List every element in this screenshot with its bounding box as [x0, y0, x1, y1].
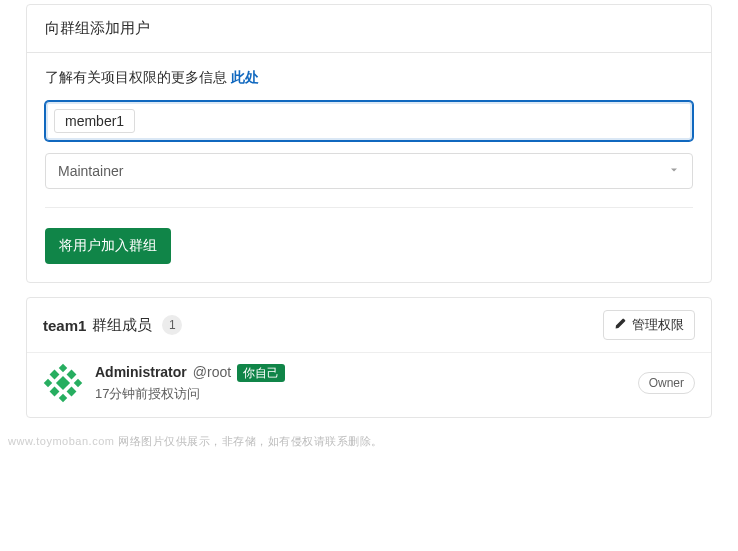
- members-title: team1 群组成员 1: [43, 315, 182, 335]
- add-user-body: 了解有关项目权限的更多信息 此处 member1 Maintainer 将用户加…: [27, 53, 711, 282]
- footer-note: www.toymoban.com 网络图片仅供展示，非存储，如有侵权请联系删除。: [0, 428, 738, 449]
- member-name-line: Administrator @root 你自己: [95, 363, 626, 383]
- footer-text: 网络图片仅供展示，非存储，如有侵权请联系删除。: [118, 435, 383, 447]
- chevron-down-icon: [668, 163, 680, 179]
- member-info: Administrator @root 你自己 17分钟前授权访问: [95, 363, 626, 403]
- member-role-pill: Owner: [638, 372, 695, 394]
- member-handle: @root: [193, 363, 231, 383]
- pencil-icon: [614, 317, 627, 333]
- permissions-info-text: 了解有关项目权限的更多信息: [45, 69, 227, 85]
- avatar: [43, 363, 83, 403]
- members-title-suffix: 群组成员: [92, 316, 152, 335]
- permissions-info: 了解有关项目权限的更多信息 此处: [45, 69, 693, 87]
- members-header: team1 群组成员 1 管理权限: [27, 298, 711, 352]
- divider: [45, 207, 693, 208]
- self-badge: 你自己: [237, 364, 285, 383]
- role-select-value: Maintainer: [58, 163, 123, 179]
- member-granted-text: 17分钟前授权访问: [95, 385, 626, 403]
- permissions-info-link[interactable]: 此处: [231, 69, 259, 85]
- members-count-badge: 1: [162, 315, 182, 335]
- member-token-chip[interactable]: member1: [54, 109, 135, 133]
- footer-domain: www.toymoban.com: [8, 435, 114, 447]
- members-card: team1 群组成员 1 管理权限: [26, 297, 712, 418]
- member-token-input[interactable]: member1: [45, 101, 693, 141]
- group-name: team1: [43, 317, 86, 334]
- add-to-group-button[interactable]: 将用户加入群组: [45, 228, 171, 264]
- manage-permissions-button[interactable]: 管理权限: [603, 310, 695, 340]
- add-user-card: 向群组添加用户 了解有关项目权限的更多信息 此处 member1 Maintai…: [26, 4, 712, 283]
- member-name[interactable]: Administrator: [95, 363, 187, 383]
- member-row: Administrator @root 你自己 17分钟前授权访问 Owner: [27, 352, 711, 417]
- role-select[interactable]: Maintainer: [45, 153, 693, 189]
- manage-permissions-label: 管理权限: [632, 316, 684, 334]
- add-user-title: 向群组添加用户: [27, 5, 711, 53]
